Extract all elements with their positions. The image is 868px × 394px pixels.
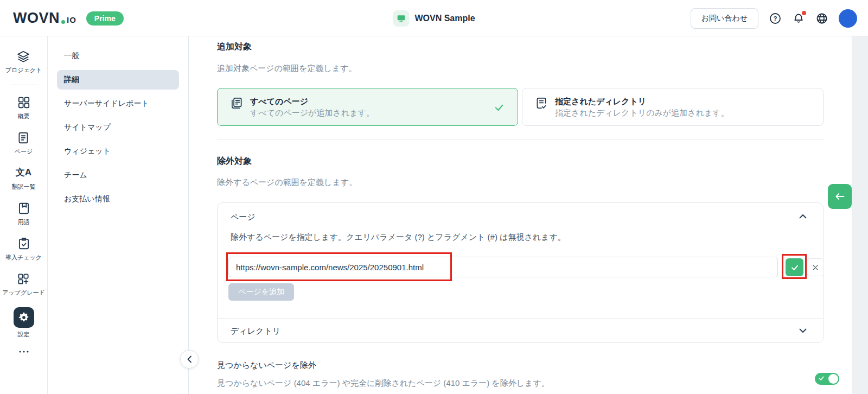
add-section-description: 追加対象ページの範囲を定義します。 xyxy=(217,63,356,74)
collapse-sidebar-button[interactable] xyxy=(180,350,199,368)
pages-icon xyxy=(16,131,30,145)
settings-nav-item-payment[interactable]: お支払い情報 xyxy=(57,189,179,209)
collapse-right-tab[interactable] xyxy=(828,184,852,209)
settings-nav-item-server-side-report[interactable]: サーバーサイドレポート xyxy=(57,94,179,113)
sidebar-item-label: 概要 xyxy=(18,112,30,120)
chevron-up-icon[interactable] xyxy=(799,214,807,219)
logo-suffix-text: io xyxy=(67,15,76,24)
project-monitor-icon xyxy=(393,10,409,27)
sidebar-item-label: 用語 xyxy=(18,218,30,226)
glossary-icon xyxy=(17,201,31,215)
sidebar-item-label: 設定 xyxy=(18,331,30,339)
gear-icon xyxy=(14,307,34,328)
sidebar-item-overview[interactable]: 概要 xyxy=(17,96,31,120)
sidebar-item-label: プロジェクト xyxy=(5,66,42,74)
contact-button[interactable]: お問い合わせ xyxy=(691,8,758,29)
sidebar-more-icon[interactable] xyxy=(18,350,29,353)
option-card-title: すべてのページ xyxy=(250,96,374,107)
sidebar-item-label: 翻訳一覧 xyxy=(12,183,36,191)
notification-dot xyxy=(802,11,806,15)
project-switcher[interactable]: WOVN Sample xyxy=(393,0,475,36)
sidebar-divider xyxy=(10,85,38,85)
option-card-all-pages[interactable]: すべてのページ すべてのページが追加されます。 xyxy=(217,88,518,126)
sidebar-item-implementation-check[interactable]: 導入チェック xyxy=(5,237,42,262)
sidebar-item-project[interactable]: プロジェクト xyxy=(5,49,42,74)
sidebar-item-label: ページ xyxy=(15,148,33,156)
exclude-section-description: 除外するページの範囲を定義します。 xyxy=(217,177,357,188)
help-icon[interactable]: ? xyxy=(769,12,782,25)
language-globe-icon[interactable] xyxy=(815,12,828,25)
translate-icon: 文A xyxy=(16,166,31,180)
grid-icon xyxy=(17,96,31,110)
exclude-section-title: 除外対象 xyxy=(217,156,252,167)
add-section-title: 追加対象 xyxy=(217,41,252,53)
page-panel-description: 除外するページを指定します。クエリパラメータ (?) とフラグメント (#) は… xyxy=(231,232,566,243)
layers-icon xyxy=(16,49,30,63)
sidebar-item-upgrade[interactable]: アップグレード xyxy=(2,272,45,297)
prime-badge: Prime xyxy=(86,11,124,26)
chevron-left-icon xyxy=(187,355,192,363)
option-card-description: すべてのページが追加されます。 xyxy=(250,107,374,119)
icon-sidebar: プロジェクト 概要 ページ 文A 翻訳一覧 用語 xyxy=(0,36,48,394)
not-found-description: 見つからないページ (404 エラー) や完全に削除されたページ (410 エラ… xyxy=(217,378,550,389)
arrow-left-icon xyxy=(834,192,845,201)
settings-nav-item-general[interactable]: 一般 xyxy=(57,46,179,66)
user-avatar[interactable] xyxy=(839,9,857,28)
exclude-url-input[interactable] xyxy=(228,257,778,277)
sidebar-item-pages[interactable]: ページ xyxy=(15,131,33,156)
logo-brand-text: WOVN xyxy=(13,10,60,27)
not-found-toggle[interactable] xyxy=(815,373,839,385)
exclude-panel: ページ 除外するページを指定します。クエリパラメータ (?) とフラグメント (… xyxy=(217,202,824,343)
directory-doc-icon xyxy=(534,96,548,110)
check-icon xyxy=(790,263,799,272)
sidebar-item-settings[interactable]: 設定 xyxy=(14,307,34,339)
option-card-title: 指定されたディレクトリ xyxy=(555,96,729,107)
directory-panel-title: ディレクトリ xyxy=(231,326,280,336)
settings-nav-item-widget[interactable]: ウィジェット xyxy=(57,142,179,161)
logo-dot xyxy=(61,20,65,24)
sidebar-item-label: アップグレード xyxy=(2,289,45,297)
all-pages-icon xyxy=(229,96,244,110)
project-name: WOVN Sample xyxy=(414,14,475,23)
settings-nav-item-team[interactable]: チーム xyxy=(57,166,179,185)
settings-nav-item-details[interactable]: 詳細 xyxy=(57,70,179,90)
panel-divider xyxy=(218,318,824,319)
header-left: WOVN io Prime xyxy=(13,0,124,36)
add-page-button[interactable]: ページを追加 xyxy=(228,283,294,301)
right-gutter xyxy=(852,36,868,394)
selected-check-icon xyxy=(494,102,505,113)
sidebar-item-label: 導入チェック xyxy=(5,253,42,262)
wovn-logo[interactable]: WOVN io xyxy=(13,10,76,27)
top-header: WOVN io Prime WOVN Sample お問い合わせ ? xyxy=(0,0,868,36)
confirm-url-button[interactable] xyxy=(786,258,803,276)
notifications-bell-icon[interactable] xyxy=(792,12,805,25)
remove-url-button[interactable] xyxy=(807,258,824,276)
option-card-description: 指定されたディレクトリのみが追加されます。 xyxy=(555,107,729,119)
settings-nav-item-sitemap[interactable]: サイトマップ xyxy=(57,118,179,137)
help-glyph: ? xyxy=(773,15,777,22)
section-divider xyxy=(217,139,824,140)
clipboard-check-icon xyxy=(17,237,31,251)
upgrade-icon xyxy=(16,272,30,286)
option-card-specified-directories[interactable]: 指定されたディレクトリ 指定されたディレクトリのみが追加されます。 xyxy=(522,88,824,126)
toggle-knob xyxy=(828,374,838,384)
chevron-down-icon[interactable] xyxy=(799,328,807,333)
not-found-title: 見つからないページを除外 xyxy=(217,360,316,371)
wovn-dashboard: WOVN io Prime WOVN Sample お問い合わせ ? xyxy=(0,0,868,394)
sidebar-item-translations[interactable]: 文A 翻訳一覧 xyxy=(12,166,36,191)
close-icon xyxy=(812,264,819,271)
toggle-check-icon xyxy=(818,375,825,382)
header-right: お問い合わせ ? xyxy=(691,0,857,36)
sidebar-item-glossary[interactable]: 用語 xyxy=(17,201,31,226)
page-panel-title: ページ xyxy=(231,212,256,223)
settings-nav: 一般 詳細 サーバーサイドレポート サイトマップ ウィジェット チーム お支払い… xyxy=(48,36,189,394)
